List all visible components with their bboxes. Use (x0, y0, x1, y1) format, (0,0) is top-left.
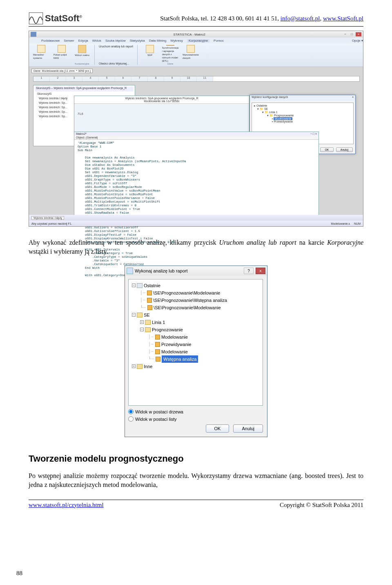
col-header[interactable]: 8 (148, 76, 164, 81)
ribbon-tab[interactable]: Wykresy (170, 39, 183, 42)
close-icon[interactable]: × (352, 96, 354, 100)
ribbon-tab[interactable]: Edycja (78, 39, 88, 42)
chart-title: Wykres średnich: SpA grupowane względem … (74, 96, 249, 104)
code-panel-title: Makro2* (76, 132, 87, 135)
data-entry-icon (187, 45, 195, 53)
analysis-icon (147, 298, 152, 303)
ok-button[interactable]: OK (206, 424, 229, 433)
code-editor[interactable]: '#Language "WWB-COM" Option Base 1 Sub M… (74, 140, 318, 279)
analysis-icon (147, 305, 152, 310)
tree-node[interactable]: \SE\Prognozowanie\Modelowanie (153, 289, 220, 297)
ribbon-tab[interactable]: Data Mining (149, 39, 167, 42)
tree-node-selected[interactable]: Wstępna analiza (162, 355, 198, 363)
tree-node[interactable]: Modelowanie (161, 348, 188, 355)
object-dropdown[interactable]: Object: (General) (74, 136, 318, 140)
tree-node[interactable]: \SE\Prognozowanie\Modelowanie (154, 304, 221, 311)
tree-node[interactable]: Ostatnie (144, 282, 160, 289)
minimize-button[interactable]: − (343, 32, 348, 36)
pokaz-pulpit-button[interactable]: Pokaż pulpit MAS (53, 45, 70, 60)
statistica-icon (31, 32, 36, 37)
radio-tree-view[interactable]: Widok w postaci drzewa (128, 408, 264, 415)
col-header[interactable]: 1 (33, 76, 50, 81)
collapse-icon[interactable]: − (140, 328, 144, 331)
statsoft-logo-icon (29, 12, 43, 25)
sdp-button[interactable]: SDP (142, 45, 158, 60)
col-header[interactable]: 5 (99, 76, 115, 81)
window-controls: − □ × (343, 32, 361, 36)
window-title: STATISTICA - Makro2 (36, 33, 343, 36)
footer-link[interactable]: www.statsoft.pl/czytelnia.html (29, 502, 104, 509)
spreadsheet-tab[interactable]: Dane: Modelowanie.sta (11 zmn. * 3050 pr… (31, 69, 93, 73)
expand-icon[interactable]: + (140, 320, 144, 324)
document-area: Dane: Modelowanie.sta (11 zmn. * 3050 pr… (29, 67, 363, 221)
ribbon-tabs: Podstawowe Serwer Edycja Widok Szuka błę… (29, 38, 363, 43)
etl-icon (166, 45, 174, 46)
help-button[interactable]: ? (244, 268, 254, 274)
tree-node[interactable]: \SE\Prognozowanie\Wstępna analiza (153, 297, 227, 304)
status-tab[interactable]: Wykres średnia i błędy (31, 216, 64, 220)
wdroz-makro-button[interactable]: Wdroż makro (74, 45, 90, 60)
ribbon-tab[interactable]: Szuka błędów (105, 39, 126, 42)
maximize-button[interactable]: □ (349, 32, 355, 36)
doc-footer: www.statsoft.pl/czytelnia.html Copyright… (29, 500, 363, 509)
system-manager-icon (37, 45, 45, 53)
ribbon-tab[interactable]: Podstawowe (41, 39, 60, 42)
ok-button[interactable]: OK (320, 147, 333, 152)
ribbon-tab[interactable]: Serwer (64, 39, 74, 42)
small-dialog-title: Wybierz konfiguracje danych (252, 96, 288, 100)
ribbon-body: Menedżer systemu Pokaż pulpit MAS Wdroż … (29, 43, 363, 67)
tree-node[interactable]: Inne (144, 363, 152, 370)
chart-preview-panel: Wykres średnich: SpA grupowane względem … (74, 96, 249, 132)
analysis-tree[interactable]: −Ostatnie ┊┈\SE\Prognozowanie\Modelowani… (128, 279, 263, 406)
tree-node[interactable]: Modelowanie (161, 333, 188, 341)
close-button[interactable]: × (356, 32, 361, 36)
cancel-button[interactable]: Anuluj (336, 147, 353, 152)
folder-icon (145, 320, 151, 325)
collapse-icon[interactable]: − (132, 284, 136, 287)
otworz-okno-button[interactable]: Otwórz okno Wykonaj... (99, 62, 129, 65)
deploy-macro-icon (78, 45, 86, 53)
col-header[interactable]: 11 (197, 76, 213, 81)
col-header[interactable]: 4 (82, 76, 99, 81)
col-header[interactable]: 3 (66, 76, 82, 81)
section-heading: Tworzenie modelu prognostycznego (29, 453, 363, 464)
cancel-button[interactable]: Anuluj (233, 424, 263, 433)
uruchom-analize-button[interactable]: Uruchom analizę lub raport (99, 45, 133, 48)
sync-etl-button[interactable]: Synchronizacja i agregacja danych z różn… (162, 45, 178, 60)
copyright: Copyright © StatSoft Polska 2011 (280, 502, 363, 509)
close-button[interactable]: × (256, 268, 265, 274)
menedzer-systemu-button[interactable]: Menedżer systemu (33, 45, 49, 60)
tree-node[interactable]: Prognozowanie (152, 326, 183, 333)
col-header[interactable]: 7 (131, 76, 148, 81)
ribbon-group-label: Korporacyjne (75, 63, 89, 65)
ribbon-group-label: Dane (167, 63, 173, 65)
panel-title: SkoroszytS – Wykres średnich: SpA grupow… (35, 87, 134, 92)
wprowadzanie-button[interactable]: Wprowadzanie danych (183, 45, 199, 60)
col-header[interactable]: 10 (180, 76, 197, 81)
header-contact: StatSoft Polska, tel. 12 428 43 00, 601 … (160, 15, 363, 22)
col-header[interactable]: 9 (164, 76, 180, 81)
ribbon-tab[interactable]: Statystyka (130, 39, 145, 42)
radio-list-view[interactable]: Widok w postaci listy (128, 415, 264, 423)
header-site-link[interactable]: www.StatSoft.pl (323, 15, 363, 22)
ribbon-tab[interactable]: Widok (92, 39, 101, 42)
col-header[interactable]: 2 (50, 76, 66, 81)
header-email-link[interactable]: info@statsoft.pl (281, 15, 320, 22)
ribbon-tab-active[interactable]: Korporacyjne (187, 39, 209, 42)
mas-icon (58, 45, 66, 53)
expand-icon[interactable]: + (132, 364, 136, 368)
tree-node[interactable]: Linia 1 (152, 319, 165, 326)
dialog-titlebar: Wykonaj analizę lub raport ? × (125, 266, 267, 276)
ribbon-tab[interactable]: Pomoc (214, 39, 224, 42)
status-numlock: NUM (354, 222, 361, 225)
folder-icon (137, 313, 143, 317)
collapse-icon[interactable]: − (132, 313, 136, 317)
svg-rect-0 (29, 13, 43, 24)
analysis-icon (155, 335, 160, 339)
col-header[interactable]: 6 (115, 76, 131, 81)
panel-controls[interactable]: − □ × (310, 132, 317, 135)
tree-node[interactable]: Przewidywanie (161, 341, 191, 348)
tree-node[interactable]: SE (144, 311, 150, 319)
analysis-icon (155, 342, 160, 347)
options-dropdown[interactable]: Opcje ▾ (352, 39, 363, 42)
